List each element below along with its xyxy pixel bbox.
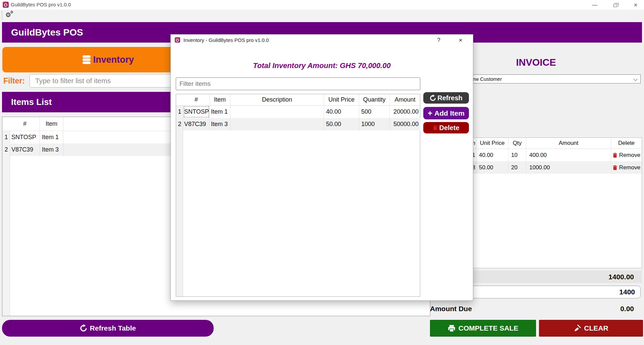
amount-due-row: Amount Due 0.00 <box>430 303 642 314</box>
delete-item-button[interactable]: Delete <box>423 122 469 133</box>
column-header-quantity[interactable]: Quantity <box>359 94 390 105</box>
restore-button[interactable] <box>607 0 623 10</box>
column-header-amount[interactable]: Amount <box>526 138 611 149</box>
database-icon <box>82 55 91 64</box>
filter-label: Filter: <box>3 76 25 85</box>
inventory-table: # Item Description Unit Price Quantity A… <box>176 94 420 297</box>
total-inventory-amount: Total Inventory Amount: GHS 70,000.00 <box>171 61 473 70</box>
remove-item-button[interactable]: Remove <box>612 152 640 159</box>
column-header-code[interactable]: # <box>10 117 40 131</box>
trash-icon <box>433 125 438 130</box>
plus-icon: + <box>428 109 432 118</box>
inventory-filter-input[interactable] <box>176 77 420 90</box>
inventory-button-label: Inventory <box>93 55 134 65</box>
column-header-delete[interactable]: Delete <box>611 138 642 149</box>
refresh-icon <box>80 324 87 332</box>
inventory-row[interactable]: 1 SNTOSP Item 1 40.00 500 20000.00 <box>176 106 420 118</box>
complete-sale-button[interactable]: COMPLETE SALE <box>430 320 536 337</box>
column-header-unit-price[interactable]: Unit Price <box>324 94 359 105</box>
dialog-titlebar: Inventory - GuildBytes POS pro v1.0.0 ? … <box>171 35 473 46</box>
amount-due-value: 0.00 <box>620 305 634 313</box>
close-button[interactable]: × <box>628 0 643 10</box>
clear-button[interactable]: CLEAR <box>539 320 643 337</box>
toolbar: ⚙ ⚙ <box>0 10 644 21</box>
toolbar-grip[interactable] <box>2 11 2 20</box>
refresh-icon <box>430 95 436 102</box>
broom-icon <box>574 325 581 332</box>
refresh-table-button[interactable]: Refresh Table <box>2 320 214 337</box>
column-header-amount[interactable]: Amount <box>390 94 420 105</box>
printer-icon <box>448 325 455 332</box>
selected-cell[interactable]: SNTOSP <box>183 106 210 118</box>
trash-icon <box>612 153 618 158</box>
refresh-inventory-button[interactable]: Refresh <box>423 92 469 104</box>
column-header-qty[interactable]: Qty <box>508 138 526 149</box>
app-icon <box>3 2 9 8</box>
remove-item-button[interactable]: Remove <box>612 164 640 171</box>
window-titlebar: GuildBytes POS pro v1.0.0 — × <box>0 0 644 10</box>
column-header-description[interactable]: Description <box>230 94 324 105</box>
window-title: GuildBytes POS pro v1.0.0 <box>11 2 71 7</box>
trash-icon <box>612 165 618 170</box>
dialog-help-button[interactable]: ? <box>432 35 446 46</box>
settings-gears-icon[interactable]: ⚙ ⚙ <box>5 11 11 19</box>
dialog-close-button[interactable]: × <box>453 35 468 46</box>
column-header-code[interactable]: # <box>183 94 210 105</box>
restore-icon <box>613 4 617 7</box>
column-header-item[interactable]: Item <box>40 117 63 131</box>
add-item-button[interactable]: + Add Item <box>423 107 469 119</box>
customer-select-value: New Customer <box>469 76 502 82</box>
column-header-unit-price[interactable]: Unit Price <box>476 138 508 149</box>
dialog-title: Inventory - GuildBytes POS pro v1.0.0 <box>183 37 269 43</box>
inventory-dialog: Inventory - GuildBytes POS pro v1.0.0 ? … <box>170 34 473 301</box>
app-icon <box>175 37 180 43</box>
inventory-table-header: # Item Description Unit Price Quantity A… <box>176 94 420 106</box>
chevron-down-icon <box>633 77 637 81</box>
minimize-button[interactable]: — <box>587 0 602 10</box>
inventory-row[interactable]: 2 V87C39 Item 3 50.00 1000 50000.00 <box>176 118 420 130</box>
column-header-item[interactable]: Item <box>210 94 230 105</box>
amount-due-label: Amount Due <box>430 305 472 313</box>
row-header-strip <box>176 106 183 296</box>
